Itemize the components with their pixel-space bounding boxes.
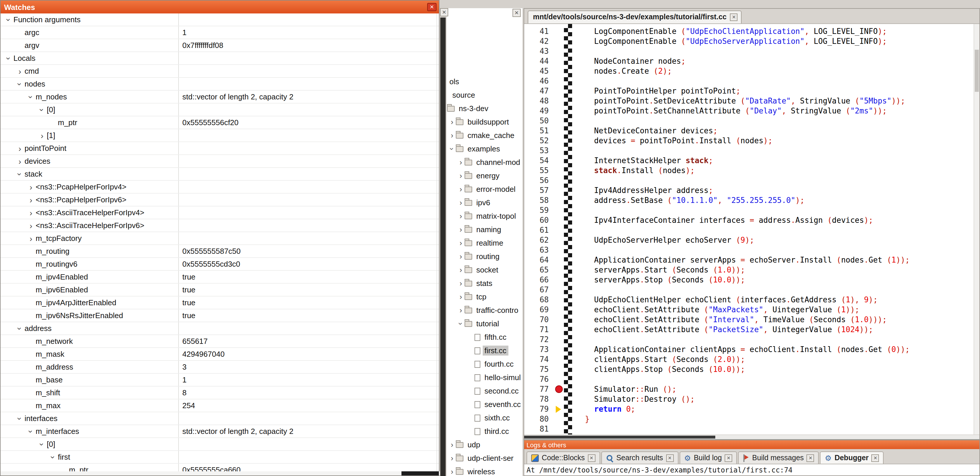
line-number[interactable]: 42 [524, 36, 555, 46]
code-line[interactable]: 67 [524, 285, 974, 295]
watch-row[interactable]: ›pointToPoint [1, 142, 439, 155]
line-number[interactable]: 51 [524, 126, 555, 136]
collapse-arrow-icon[interactable]: › [38, 105, 46, 114]
watch-row[interactable]: m_address3 [1, 361, 439, 374]
code-line[interactable]: 70 echoClient.SetAttribute ("Interval", … [524, 315, 974, 324]
line-number[interactable]: 70 [524, 315, 555, 324]
expand-arrow-icon[interactable]: › [457, 252, 465, 260]
collapse-arrow-icon[interactable]: › [448, 145, 456, 153]
logs-tab-close-button[interactable]: ✕ [872, 454, 879, 462]
code-line[interactable]: 55 stack.Install (nodes); [524, 166, 974, 176]
line-number[interactable]: 54 [524, 155, 555, 166]
tree-item[interactable]: ›routing [457, 250, 522, 263]
code-line[interactable]: 56 [524, 176, 974, 185]
logs-tab-close-button[interactable]: ✕ [666, 454, 673, 462]
watch-row[interactable]: m_routing0x555555587c50 [1, 245, 439, 258]
code-line[interactable]: 66 serverApps.Stop (Seconds (10.0)); [524, 275, 974, 285]
gutter-icon-cell[interactable] [555, 106, 564, 116]
expand-arrow-icon[interactable]: › [26, 221, 36, 230]
tree-item[interactable]: ›realtime [457, 236, 522, 250]
gutter-icon-cell[interactable] [555, 364, 564, 374]
collapse-arrow-icon[interactable]: › [5, 54, 13, 63]
line-number[interactable]: 80 [524, 414, 555, 424]
gutter-icon-cell[interactable] [555, 404, 564, 414]
gutter-icon-cell[interactable] [555, 136, 564, 145]
collapse-arrow-icon[interactable]: › [49, 452, 57, 462]
pane-close-button[interactable]: ✕ [440, 8, 448, 16]
code-line[interactable]: 60 Ipv4InterfaceContainer interfaces = a… [524, 215, 974, 225]
gutter-icon-cell[interactable] [555, 225, 564, 235]
expand-arrow-icon[interactable]: › [457, 280, 465, 287]
code-line[interactable]: 42 LogComponentEnable ("UdpEchoServerApp… [524, 36, 974, 46]
watch-row[interactable]: ›<ns3::AsciiTraceHelperForIpv6> [1, 219, 439, 232]
code-line[interactable]: 43 [524, 46, 974, 56]
line-number[interactable]: 71 [524, 324, 555, 334]
watches-titlebar[interactable]: Watches ✕ [1, 1, 439, 13]
expand-arrow-icon[interactable]: › [15, 144, 25, 152]
tree-item[interactable]: ›cmake_cache [448, 129, 522, 142]
line-number[interactable]: 78 [524, 394, 555, 404]
line-number[interactable]: 69 [524, 305, 555, 315]
code-line[interactable]: 58 address.SetBase ("10.1.1.0", "255.255… [524, 195, 974, 205]
gutter-icon-cell[interactable] [555, 245, 564, 255]
tree-item[interactable]: ›buildsupport [448, 115, 522, 129]
watch-row[interactable]: ›devices [1, 155, 439, 168]
code-line[interactable]: 62 UdpEchoServerHelper echoServer (9); [524, 235, 974, 245]
tree-item[interactable]: ›error-model [457, 182, 522, 196]
scrollbar-thumb[interactable] [524, 436, 715, 439]
watch-row[interactable]: ›address [1, 322, 439, 335]
gutter-icon-cell[interactable] [555, 76, 564, 86]
expand-arrow-icon[interactable]: › [457, 266, 465, 274]
logs-tab-close-button[interactable]: ✕ [725, 454, 732, 462]
watches-close-button[interactable]: ✕ [427, 3, 436, 11]
gutter-icon-cell[interactable] [555, 166, 564, 176]
gutter-icon-cell[interactable] [555, 56, 564, 66]
watch-row[interactable]: m_mask4294967040 [1, 348, 439, 361]
code-line[interactable]: 71 echoClient.SetAttribute ("PacketSize"… [524, 324, 974, 334]
gutter-icon-cell[interactable] [555, 324, 564, 334]
line-number[interactable]: 56 [524, 176, 555, 185]
line-number[interactable]: 50 [524, 116, 555, 126]
gutter-icon-cell[interactable] [555, 215, 564, 225]
tree-item[interactable]: ›udp-client-ser [448, 452, 522, 465]
watch-row[interactable]: m_ipv6NsRsJitterEnabledtrue [1, 309, 439, 322]
gutter-icon-cell[interactable] [555, 275, 564, 285]
logs-tab-search-results[interactable]: Search results✕ [601, 452, 678, 464]
expand-arrow-icon[interactable]: › [448, 441, 456, 449]
expand-arrow-icon[interactable]: › [457, 172, 465, 179]
gutter-icon-cell[interactable] [555, 355, 564, 364]
code-line[interactable]: 63 [524, 245, 974, 255]
watch-row[interactable]: ›stack [1, 168, 439, 181]
expand-arrow-icon[interactable]: › [457, 226, 465, 233]
editor-tab-close-button[interactable]: ✕ [730, 13, 738, 21]
gutter-icon-cell[interactable] [555, 155, 564, 166]
gutter-icon-cell[interactable] [555, 96, 564, 106]
expand-arrow-icon[interactable]: › [457, 239, 465, 247]
watch-row[interactable]: ›cmd [1, 65, 439, 78]
expand-arrow-icon[interactable]: › [448, 468, 456, 475]
expand-arrow-icon[interactable]: › [457, 185, 465, 193]
line-number[interactable]: 63 [524, 245, 555, 255]
line-number[interactable]: 74 [524, 355, 555, 364]
expand-arrow-icon[interactable]: › [448, 454, 456, 462]
gutter-icon-cell[interactable] [555, 285, 564, 295]
watch-row[interactable]: ›m_interfacesstd::vector of length 2, ca… [1, 425, 439, 438]
expand-arrow-icon[interactable]: › [15, 67, 25, 75]
code-line[interactable]: 54 InternetStackHelper stack; [524, 155, 974, 166]
code-line[interactable]: 74 clientApps.Start (Seconds (2.0)); [524, 355, 974, 364]
code-line[interactable]: 77 Simulator::Run (); [524, 384, 974, 394]
code-line[interactable]: 48 pointToPoint.SetDeviceAttribute ("Dat… [524, 96, 974, 106]
watch-row[interactable]: ›interfaces [1, 412, 439, 425]
code-line[interactable]: 61 [524, 225, 974, 235]
tree-close-button[interactable]: ✕ [512, 9, 521, 17]
code-line[interactable]: 69 echoClient.SetAttribute ("MaxPackets"… [524, 305, 974, 315]
gutter-icon-cell[interactable] [555, 315, 564, 324]
watch-row[interactable]: ›m_nodesstd::vector of length 2, capacit… [1, 91, 439, 104]
editor-horizontal-scrollbar[interactable] [524, 434, 979, 439]
expand-arrow-icon[interactable]: › [37, 131, 47, 139]
code-line[interactable]: 41 LogComponentEnable ("UdpEchoClientApp… [524, 26, 974, 36]
line-number[interactable]: 79 [524, 404, 555, 414]
expand-arrow-icon[interactable]: › [26, 208, 36, 217]
expand-arrow-icon[interactable]: › [26, 196, 36, 204]
watch-row[interactable]: m_ipv4Enabledtrue [1, 271, 439, 284]
